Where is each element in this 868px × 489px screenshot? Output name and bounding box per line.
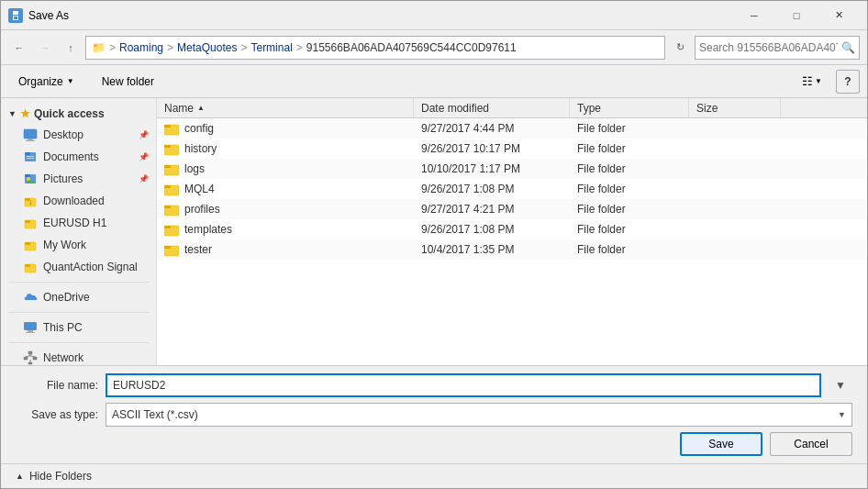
quick-access-header[interactable]: ▼ ★ Quick access (1, 102, 156, 124)
cancel-button[interactable]: Cancel (770, 432, 852, 456)
sidebar-item-documents-label: Documents (43, 150, 99, 163)
forward-button[interactable]: → (34, 37, 56, 59)
path-terminal[interactable]: Terminal (250, 41, 292, 54)
dialog-icon (8, 8, 23, 23)
address-path[interactable]: 📁 > Roaming > MetaQuotes > Terminal > 91… (85, 36, 665, 60)
table-row[interactable]: tester 10/4/2017 1:35 PM File folder (157, 239, 867, 260)
maximize-button[interactable]: □ (775, 1, 818, 30)
file-type: File folder (570, 159, 689, 179)
file-size (689, 199, 781, 219)
saveastype-select[interactable]: ASCII Text (*.csv) ▼ (106, 403, 852, 427)
svg-rect-39 (164, 145, 171, 148)
search-box[interactable]: 🔍 (695, 36, 860, 60)
sidebar-item-desktop[interactable]: Desktop 📌 (1, 124, 156, 146)
sidebar-item-thispc[interactable]: This PC (1, 317, 156, 339)
sidebar-item-quantaction-label: QuantAction Signal (43, 261, 138, 273)
svg-rect-31 (28, 362, 32, 364)
path-metaquotes[interactable]: MetaQuotes (177, 41, 237, 54)
file-name: profiles (184, 203, 220, 216)
main-content: ▼ ★ Quick access Desktop 📌 (1, 98, 867, 365)
quick-access-arrow: ▼ (8, 109, 17, 118)
path-roaming[interactable]: Roaming (119, 41, 163, 54)
file-type: File folder (570, 239, 689, 260)
sidebar-item-mywork[interactable]: My Work (1, 234, 156, 256)
organize-arrow: ▼ (67, 77, 74, 85)
file-type: File folder (570, 179, 689, 199)
file-name: templates (184, 223, 232, 236)
svg-rect-23 (25, 264, 30, 267)
file-date: 9/27/2017 4:21 PM (414, 199, 570, 219)
sidebar: ▼ ★ Quick access Desktop 📌 (1, 98, 157, 365)
svg-rect-12 (25, 174, 30, 177)
save-button[interactable]: Save (680, 432, 762, 456)
table-row[interactable]: config 9/27/2017 4:44 PM File folder (157, 118, 867, 139)
file-size (689, 159, 781, 179)
up-button[interactable]: ↑ (60, 37, 82, 59)
file-name: history (184, 142, 217, 155)
view-button[interactable]: ☷ ▼ (796, 70, 829, 94)
back-button[interactable]: ← (8, 37, 30, 59)
help-button[interactable]: ? (836, 70, 860, 94)
sidebar-item-documents[interactable]: Documents 📌 (1, 146, 156, 168)
quick-access-label: Quick access (34, 107, 105, 120)
col-header-name[interactable]: Name ▲ (157, 98, 414, 117)
bottom-panel: File name: ▼ Save as type: ASCII Text (*… (1, 365, 867, 463)
svg-rect-3 (14, 17, 17, 19)
col-header-size[interactable]: Size (689, 98, 781, 117)
file-type: File folder (570, 219, 689, 239)
table-row[interactable]: MQL4 9/26/2017 1:08 PM File folder (157, 179, 867, 199)
sidebar-item-downloaded[interactable]: ↓ Downloaded (1, 190, 156, 212)
table-row[interactable]: templates 9/26/2017 1:08 PM File folder (157, 219, 867, 239)
sidebar-item-eurusd[interactable]: EURUSD H1 (1, 212, 156, 234)
sidebar-item-onedrive[interactable]: OneDrive (1, 286, 156, 308)
new-folder-button[interactable]: New folder (92, 70, 164, 94)
pictures-pin-icon: 📌 (139, 174, 149, 183)
filename-dropdown[interactable]: ▼ (829, 373, 852, 397)
filename-label: File name: (16, 379, 98, 392)
sidebar-item-quantaction[interactable]: QuantAction Signal (1, 256, 156, 278)
svg-rect-45 (164, 206, 171, 208)
file-rows-container: config 9/27/2017 4:44 PM File folder his… (157, 118, 867, 260)
table-row[interactable]: history 9/26/2017 10:17 PM File folder (157, 139, 867, 159)
file-list-header: Name ▲ Date modified Type Size (157, 98, 867, 118)
organize-label: Organize (18, 75, 63, 88)
hide-folders-row[interactable]: ▲ Hide Folders (1, 463, 867, 488)
onedrive-icon (23, 290, 38, 305)
minimize-button[interactable]: ─ (733, 1, 775, 30)
organize-button[interactable]: Organize ▼ (8, 70, 84, 94)
svg-rect-26 (28, 330, 33, 332)
sidebar-divider-2 (8, 312, 149, 313)
svg-rect-25 (25, 323, 36, 329)
col-header-type[interactable]: Type (570, 98, 689, 117)
table-row[interactable]: logs 10/10/2017 1:17 PM File folder (157, 159, 867, 179)
svg-rect-6 (26, 140, 35, 141)
svg-rect-47 (164, 226, 171, 228)
sidebar-divider-3 (8, 342, 149, 343)
saveastype-row: Save as type: ASCII Text (*.csv) ▼ (16, 403, 852, 427)
saveastype-arrow: ▼ (838, 410, 846, 419)
path-separator-0: 📁 (92, 41, 106, 54)
path-current: 915566BA06ADA407569C544CC0D97611 (306, 41, 517, 54)
svg-rect-30 (33, 357, 37, 360)
svg-rect-21 (25, 242, 30, 245)
file-list: Name ▲ Date modified Type Size (157, 98, 867, 365)
svg-rect-9 (27, 156, 34, 157)
sidebar-item-network[interactable]: Network (1, 347, 156, 365)
search-input[interactable] (699, 41, 838, 54)
close-button[interactable]: ✕ (818, 1, 860, 30)
dialog-title: Save As (28, 9, 733, 22)
sidebar-divider-1 (8, 282, 149, 283)
window-controls: ─ □ ✕ (733, 1, 860, 30)
sidebar-item-pictures[interactable]: Pictures 📌 (1, 168, 156, 190)
svg-rect-19 (25, 220, 30, 223)
refresh-button[interactable]: ↻ (669, 37, 691, 59)
eurusd-icon (23, 216, 38, 230)
filename-input[interactable] (106, 373, 821, 397)
table-row[interactable]: profiles 9/27/2017 4:21 PM File folder (157, 199, 867, 219)
address-bar: ← → ↑ 📁 > Roaming > MetaQuotes > Termina… (1, 30, 867, 65)
file-date: 9/26/2017 1:08 PM (414, 219, 570, 239)
col-header-date[interactable]: Date modified (414, 98, 570, 117)
view-icon: ☷ (802, 74, 813, 88)
file-date: 9/27/2017 4:44 PM (414, 118, 570, 139)
file-date: 10/10/2017 1:17 PM (414, 159, 570, 179)
